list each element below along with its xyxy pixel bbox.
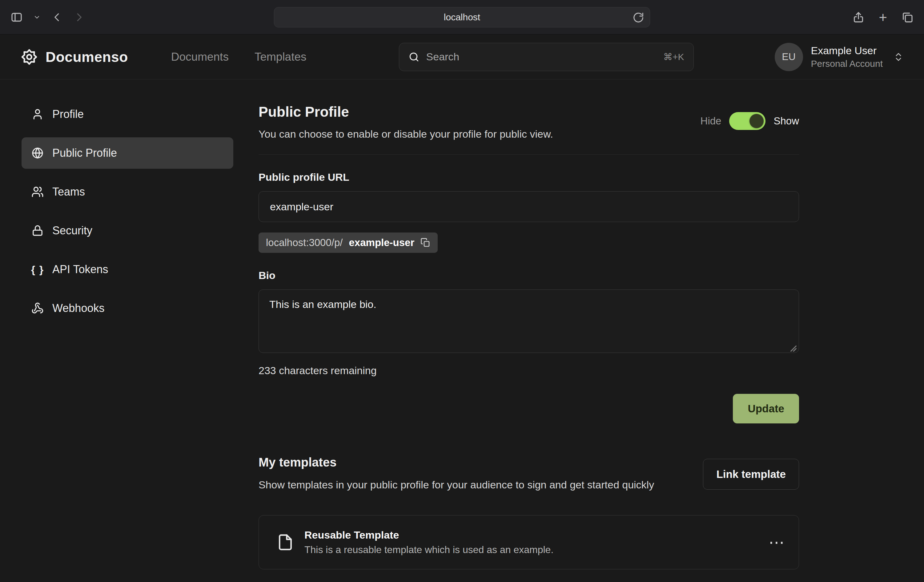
main-panel: Public Profile You can choose to enable …	[259, 99, 799, 569]
sidebar-item-teams[interactable]: Teams	[21, 176, 233, 208]
settings-sidebar: Profile Public Profile Teams Security { …	[21, 99, 233, 331]
bio-label: Bio	[259, 270, 799, 281]
sidebar-item-label: Webhooks	[52, 302, 104, 315]
braces-icon: { }	[31, 263, 44, 276]
sidebar-item-label: API Tokens	[52, 263, 108, 276]
url-input[interactable]	[274, 7, 650, 27]
toggle-show-label: Show	[774, 115, 799, 127]
webhook-icon	[31, 302, 44, 314]
link-template-button[interactable]: Link template	[703, 459, 799, 489]
profile-url-preview: localhost:3000/p/example-user	[259, 233, 438, 253]
users-icon	[31, 186, 44, 198]
public-profile-url-input[interactable]	[259, 191, 799, 222]
profile-visibility-switch[interactable]	[729, 112, 766, 130]
sidebar-item-label: Security	[52, 224, 92, 237]
back-icon[interactable]	[51, 12, 63, 23]
lock-icon	[31, 225, 44, 237]
profile-url-prefix: localhost:3000/p/	[266, 237, 343, 248]
template-description: This is a reusable template which is use…	[304, 544, 553, 556]
sidebar-item-label: Teams	[52, 185, 85, 198]
search-shortcut: ⌘+K	[663, 51, 684, 62]
app-header: Documenso Documents Templates ⌘+K EU Exa…	[0, 35, 924, 79]
reload-icon[interactable]	[632, 12, 644, 23]
address-bar[interactable]	[274, 7, 650, 27]
brand-name: Documenso	[46, 49, 128, 65]
copy-icon[interactable]	[421, 238, 430, 248]
file-icon	[277, 534, 294, 551]
sidebar-item-api-tokens[interactable]: { } API Tokens	[21, 254, 233, 285]
sidebar-item-public-profile[interactable]: Public Profile	[21, 137, 233, 169]
template-card: Reusable Template This is a reusable tem…	[259, 515, 799, 569]
my-templates-description: Show templates in your public profile fo…	[259, 477, 654, 493]
content: Profile Public Profile Teams Security { …	[0, 79, 924, 582]
ellipsis-menu-icon[interactable]: ⋯	[769, 534, 785, 550]
brand[interactable]: Documenso	[20, 48, 128, 66]
chevron-down-icon[interactable]	[33, 13, 41, 21]
search-input[interactable]	[426, 51, 657, 63]
avatar-initials: EU	[782, 51, 795, 63]
new-tab-icon[interactable]: +	[879, 10, 887, 24]
page-title: Public Profile	[259, 104, 553, 120]
top-nav: Documents Templates	[171, 51, 307, 63]
profile-visibility-toggle-row: Hide Show	[701, 112, 799, 130]
divider	[259, 154, 799, 155]
tabs-overview-icon[interactable]	[901, 11, 914, 23]
toggle-hide-label: Hide	[701, 115, 721, 127]
bio-textarea[interactable]: This is an example bio.	[259, 289, 799, 353]
resize-handle[interactable]	[790, 346, 797, 352]
avatar: EU	[775, 43, 803, 71]
documenso-logo-icon	[20, 48, 38, 66]
search-icon	[408, 51, 419, 63]
globe-icon	[31, 147, 44, 159]
nav-templates[interactable]: Templates	[254, 51, 307, 63]
user-menu[interactable]: EU Example User Personal Account	[775, 43, 904, 71]
sidebar-item-webhooks[interactable]: Webhooks	[21, 293, 233, 324]
sidebar-item-label: Profile	[52, 108, 84, 121]
update-button[interactable]: Update	[733, 394, 799, 423]
sidebar-item-profile[interactable]: Profile	[21, 99, 233, 130]
my-templates-title: My templates	[259, 455, 654, 469]
sidebar-item-security[interactable]: Security	[21, 215, 233, 246]
template-name: Reusable Template	[304, 529, 553, 541]
sidebar-item-label: Public Profile	[52, 147, 117, 159]
nav-documents[interactable]: Documents	[171, 51, 229, 63]
user-account-type: Personal Account	[811, 58, 883, 69]
profile-url-slug: example-user	[349, 237, 414, 248]
characters-remaining: 233 characters remaining	[259, 365, 799, 377]
switch-knob	[749, 114, 764, 128]
browser-chrome: +	[0, 0, 924, 35]
user-icon	[31, 108, 44, 121]
user-name: Example User	[811, 45, 883, 57]
share-icon[interactable]	[852, 11, 865, 23]
forward-icon[interactable]	[73, 12, 85, 23]
global-search[interactable]: ⌘+K	[399, 43, 694, 71]
public-profile-url-label: Public profile URL	[259, 171, 799, 183]
sidebar-toggle-icon[interactable]	[10, 11, 23, 23]
page-subtitle: You can choose to enable or disable your…	[259, 128, 553, 140]
chevrons-up-down-icon	[893, 52, 904, 62]
